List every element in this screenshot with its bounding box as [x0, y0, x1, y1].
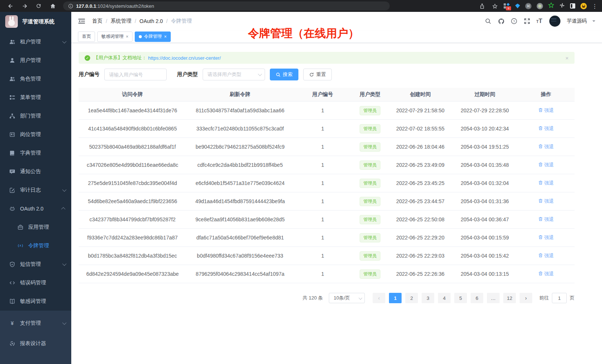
chevron-down-icon[interactable] [592, 20, 595, 23]
sidebar-item-OAuth 2.0[interactable]: OAuth 2.0 [0, 199, 71, 218]
extension-star-icon[interactable] [548, 2, 554, 10]
cell-user-id: 1 [294, 253, 351, 259]
user-type-select[interactable]: 请选择用户类型 [203, 69, 265, 80]
breadcrumb-item[interactable]: 系统管理 [111, 18, 131, 24]
user-id-input[interactable] [104, 69, 167, 80]
goto-page-input[interactable] [552, 293, 567, 303]
breadcrumb-item[interactable]: 首页 [92, 18, 102, 24]
site-info-icon[interactable] [68, 4, 73, 9]
force-logout-button[interactable]: 强退 [538, 107, 554, 114]
cell-expires-at: 2022-07-29 22:28:50 [452, 107, 517, 113]
user-avatar[interactable] [549, 16, 560, 27]
extension-pinwheel-icon[interactable] [559, 3, 565, 10]
breadcrumb: 首页/系统管理/OAuth 2.0/令牌管理 [92, 18, 192, 24]
sidebar-item-短信管理[interactable]: 短信管理 [0, 255, 71, 274]
force-logout-label: 强退 [544, 125, 554, 132]
github-icon[interactable] [497, 17, 505, 25]
browser-forward-icon[interactable] [21, 2, 28, 10]
prev-page-button[interactable]: ‹ [373, 293, 385, 303]
bookmark-star-icon[interactable] [491, 2, 498, 10]
cell-refresh-token: dfa6c71a50a54c66bef706ef9e6e8d81 [186, 235, 294, 241]
browser-reload-icon[interactable] [35, 2, 42, 10]
sidebar-item-部门管理[interactable]: 部门管理 [0, 107, 71, 125]
column-header: 访问令牌 [79, 91, 186, 98]
sidebar-item-租户管理[interactable]: 租户管理 [0, 33, 71, 51]
force-logout-button[interactable]: 强退 [538, 198, 554, 205]
collapse-menu-icon[interactable] [78, 17, 85, 25]
tab-close-icon[interactable]: × [126, 34, 128, 39]
sidebar-item-label: OAuth 2.0 [20, 206, 43, 212]
sidebar-item-错误码管理[interactable]: 错误码管理 [0, 274, 71, 292]
user-name[interactable]: 芋道源码 [567, 18, 587, 24]
sidebar-item-菜单管理[interactable]: 菜单管理 [0, 88, 71, 107]
sidebar-item-敏感词管理[interactable]: 敏感词管理 [0, 292, 71, 311]
tab-首页[interactable]: 首页 [78, 32, 95, 42]
errcode-icon [9, 280, 15, 286]
force-logout-button[interactable]: 强退 [538, 162, 554, 168]
goto-unit: 页 [570, 295, 575, 301]
sidebar-item-label: 菜单管理 [20, 94, 41, 101]
force-logout-button[interactable]: 强退 [538, 216, 554, 223]
search-button[interactable]: 搜索 [270, 69, 298, 80]
sidebar-item-令牌管理[interactable]: A令牌管理 [0, 236, 71, 255]
sidebar-item-审计日志[interactable]: 审计日志 [0, 181, 71, 199]
cell-actions: 强退 [517, 234, 575, 241]
alert-close-icon[interactable]: × [565, 55, 569, 61]
help-icon[interactable]: ? [510, 17, 518, 25]
browser-home-icon[interactable] [49, 2, 56, 10]
cell-refresh-token: b0df4980ffd34c67a08f9156e4eee733 [186, 253, 294, 259]
reset-button[interactable]: 重置 [303, 69, 332, 80]
table-row: 1ea5e44f8bc1467aaede43144f31de76811c5304… [79, 102, 575, 120]
page-button-3[interactable]: 3 [422, 293, 434, 303]
chevron-down-icon [62, 320, 66, 324]
search-icon[interactable] [484, 17, 492, 25]
sidebar-item-字典管理[interactable]: 字典管理 [0, 144, 71, 162]
page-button-4[interactable]: 4 [438, 293, 451, 303]
sidebar-item-支付管理[interactable]: ¥支付管理 [0, 313, 71, 333]
extension-record-icon[interactable] [537, 3, 543, 9]
extension-gem-icon[interactable] [515, 4, 520, 9]
sidebar-item-应用管理[interactable]: 应用管理 [0, 218, 71, 236]
breadcrumb-item[interactable]: OAuth 2.0 [140, 18, 163, 24]
tab-close-icon[interactable]: × [164, 34, 167, 39]
doc-link[interactable]: https://doc.iocoder.cn/user-center/ [148, 55, 221, 61]
side-panel-icon[interactable] [570, 3, 575, 9]
fullscreen-icon[interactable] [523, 17, 531, 25]
page-button-12[interactable]: 12 [503, 293, 516, 303]
column-header: 过期时间 [452, 91, 517, 98]
tab-令牌管理[interactable]: 令牌管理× [135, 32, 171, 42]
sidebar-item-label: 租户管理 [20, 39, 41, 45]
page-button-1[interactable]: 1 [389, 293, 402, 303]
next-page-button[interactable]: › [520, 293, 532, 303]
force-logout-button[interactable]: 强退 [538, 180, 554, 186]
browser-menu-icon[interactable]: ⋮ [592, 3, 598, 9]
browser-back-icon[interactable] [7, 2, 14, 10]
share-icon[interactable] [478, 2, 486, 10]
sidebar-item-角色管理[interactable]: 角色管理 [0, 70, 71, 88]
page-size-select[interactable]: 10条/页 [329, 293, 365, 303]
extension-command-icon[interactable]: ⌘ [525, 3, 531, 9]
page-button-6[interactable]: 6 [471, 293, 483, 303]
force-logout-button[interactable]: 强退 [538, 271, 554, 277]
font-size-icon[interactable]: TT [536, 18, 542, 24]
sidebar-item-报表设计器[interactable]: 报表设计器 [0, 333, 71, 354]
force-logout-button[interactable]: 强退 [538, 234, 554, 241]
force-logout-button[interactable]: 强退 [538, 252, 554, 259]
page-button-2[interactable]: 2 [405, 293, 418, 303]
force-logout-button[interactable]: 强退 [538, 125, 554, 132]
sidebar: 芋道管理系统 租户管理用户管理角色管理菜单管理部门管理岗位管理字典管理通知公告审… [0, 12, 71, 364]
sidebar-item-用户管理[interactable]: 用户管理 [0, 51, 71, 70]
dict-icon [9, 150, 15, 156]
force-logout-button[interactable]: 强退 [538, 143, 554, 150]
cell-actions: 强退 [517, 198, 575, 205]
sidebar-item-通知公告[interactable]: 通知公告 [0, 162, 71, 181]
app-logo[interactable]: 芋道管理系统 [0, 12, 71, 31]
user-type-badge: 管理员 [360, 161, 380, 170]
page-button-5[interactable]: 5 [454, 293, 467, 303]
tab-敏感词管理[interactable]: 敏感词管理× [97, 32, 132, 42]
extension-grid-icon[interactable]: 9 [504, 3, 510, 9]
table-row: 6d842e2924594de9a09e45e087323abe8796295f… [79, 265, 575, 283]
address-bar[interactable]: 127.0.0.1:1024/system/oauth2/token [63, 1, 390, 10]
profile-avatar-icon[interactable] [580, 3, 587, 9]
sidebar-item-岗位管理[interactable]: 岗位管理 [0, 125, 71, 144]
